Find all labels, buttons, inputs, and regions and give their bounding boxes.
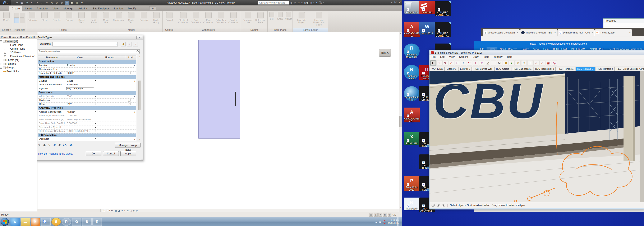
dialog-tool-icon[interactable]: ✱ xyxy=(43,144,46,147)
dialog-tool-icon[interactable]: ✕ xyxy=(48,144,50,147)
sketchup-tool-icon[interactable]: ◐ xyxy=(509,60,514,66)
ribbon-button[interactable]: Control xyxy=(163,12,176,21)
browser-tree-item[interactable]: − Views (all) xyxy=(0,39,37,43)
qat-icon[interactable]: ◇ xyxy=(55,1,59,5)
panel-label-select[interactable]: Select ▾ xyxy=(0,28,13,32)
dialog-close-button[interactable]: ✕ xyxy=(136,36,142,39)
ribbon-button[interactable]: Pipe Connector xyxy=(202,12,214,24)
view-control-icon[interactable]: ◪ xyxy=(118,209,120,212)
view-control-icon[interactable]: ☀ xyxy=(121,209,123,212)
close-button[interactable]: ✕ xyxy=(398,1,401,4)
properties-icon[interactable] xyxy=(14,13,19,18)
worksharing-icon[interactable]: ✥ xyxy=(388,213,392,216)
cancel-button[interactable]: Cancel xyxy=(103,151,119,156)
qat-icon[interactable]: ▱ xyxy=(15,1,19,5)
desktop-icon[interactable]: ↖ CBU_REC CENTER-A... xyxy=(435,1,450,16)
ribbon-button[interactable]: Electrical Connector xyxy=(177,12,190,24)
dialog-tool-icon[interactable]: ↑E xyxy=(53,144,56,146)
parameter-row[interactable]: Operation = xyxy=(38,137,134,141)
menu-item[interactable]: File xyxy=(432,56,436,59)
parameter-row[interactable]: Swing Angle (default) 90.00° = xyxy=(38,72,136,76)
qat-icon[interactable]: ▾ xyxy=(80,1,84,5)
view-scale[interactable]: 1/2" = 1'-0" xyxy=(102,209,114,212)
view-control-icon[interactable]: ◎ xyxy=(136,209,138,212)
ribbon-button[interactable]: Viewer xyxy=(284,12,292,20)
qat-icon[interactable]: ↻ xyxy=(25,1,29,5)
ribbon-button[interactable]: Component xyxy=(113,12,125,21)
ribbon-button[interactable]: Swept Blend xyxy=(76,12,88,24)
qat-icon[interactable]: ⌐ xyxy=(45,1,49,5)
ribbon-tab[interactable]: View xyxy=(50,6,61,11)
dialog-tool-icon[interactable]: ↓E xyxy=(58,144,61,146)
sketchup-tool-icon[interactable]: ↻ xyxy=(479,60,484,66)
sketchup-tool-icon[interactable]: ↷ xyxy=(467,60,472,66)
taskbar-app-button[interactable]: S xyxy=(82,218,92,226)
manage-lookup-tables-button[interactable]: Manage Lookup Tables xyxy=(115,143,140,148)
exchange-icon[interactable]: ✈ xyxy=(294,1,296,4)
parameter-row[interactable]: Dimensions ^ xyxy=(38,91,136,95)
geolocation-icon[interactable] xyxy=(432,204,435,207)
project-browser-title[interactable]: Project Browser - Door-PartialH xyxy=(0,35,37,39)
desktop-icon[interactable]: A ↖ AutoCAD 2016 - E... xyxy=(404,108,420,122)
ribbon-button[interactable]: Model Line xyxy=(100,12,112,24)
ribbon-button[interactable]: Duct Connector xyxy=(190,12,202,24)
help-link[interactable]: How do I manage family types? xyxy=(38,152,73,155)
sketchup-title-bar[interactable]: Branding & Materials - SketchUp Pro 2017 xyxy=(430,51,644,55)
browser-tab[interactable]: G symbolic lines revit - Goo ✕ xyxy=(558,29,595,36)
parameter-row[interactable]: Thickness = xyxy=(38,99,136,103)
ribbon-button[interactable]: Model Text xyxy=(125,12,137,24)
sketchup-tool-icon[interactable]: ∩ xyxy=(448,60,454,66)
sketchup-tool-icon[interactable]: ◙ xyxy=(503,60,508,66)
parameter-row[interactable]: Analytical Properties ^ xyxy=(38,106,136,110)
new-type-button[interactable]: ✱ xyxy=(121,42,126,47)
ribbon-button[interactable]: Cable Tray Connector xyxy=(215,12,227,24)
start-button[interactable] xyxy=(1,218,9,226)
parameter-row[interactable]: Function Exterior = xyxy=(38,64,134,68)
sketchup-tool-icon[interactable]: A1 xyxy=(497,60,502,66)
dialog-tool-icon[interactable]: AZ↓ xyxy=(63,144,67,146)
help-caret-icon[interactable]: ▾ xyxy=(323,2,324,4)
taskbar-app-button[interactable]: O xyxy=(72,218,81,226)
tab-close-icon[interactable]: ✕ xyxy=(554,32,556,34)
qat-icon[interactable]: ▣ xyxy=(70,1,74,5)
ribbon-tab[interactable]: Annotate xyxy=(34,6,50,11)
menu-item[interactable]: Edit xyxy=(440,56,444,59)
view-control-icon[interactable]: ▩ xyxy=(115,209,117,212)
account-icon[interactable]: ● xyxy=(301,1,302,4)
desktop-icon[interactable]: R ↖ Revit 2017 xyxy=(404,197,420,210)
browser-tab[interactable]: RC RevitCity.com ✕ xyxy=(595,29,632,36)
sketchup-tool-icon[interactable]: ◎ xyxy=(552,60,557,66)
panel-label-work-plane[interactable]: Work Plane xyxy=(268,28,292,32)
parameter-row[interactable]: Thermal Resistance (R) 10.0000 (h·ft²·°F… xyxy=(38,118,136,122)
view-control-icon[interactable]: ◱ xyxy=(130,209,132,212)
table-scrollbar-thumb[interactable] xyxy=(138,81,141,110)
ok-button[interactable]: OK xyxy=(86,151,102,156)
collapse-section-icon[interactable] xyxy=(38,90,66,91)
parameter-row[interactable]: Door Handle Material Aluminum = xyxy=(38,83,136,87)
desktop-icon[interactable]: ↖ Recycle Bin xyxy=(404,1,420,14)
sketchup-tool-icon[interactable]: ⌂ xyxy=(540,60,545,66)
menu-item[interactable]: Camera xyxy=(459,56,468,59)
scene-tab[interactable]: WORKING xyxy=(430,67,444,71)
parameter-row[interactable]: Materials and Finishes ^ xyxy=(38,75,136,79)
parameter-row[interactable]: Construction ^ xyxy=(38,60,136,64)
sketchup-tool-icon[interactable]: ⊕ xyxy=(521,60,527,66)
sketchup-tool-icon[interactable]: ⌂ xyxy=(534,60,539,66)
ribbon-button[interactable]: Model Group xyxy=(150,12,162,24)
scene-tab[interactable]: REC_Basketball 2 xyxy=(534,67,556,71)
sketchup-tool-icon[interactable]: ⊞ xyxy=(527,60,533,66)
sketchup-tool-icon[interactable]: □ xyxy=(454,60,460,66)
revit-app-menu[interactable]: R ▾ xyxy=(0,0,11,6)
qat-icon[interactable]: ≣ xyxy=(65,1,69,5)
parameter-row[interactable]: Construction Type = xyxy=(38,68,136,72)
collapse-section-icon[interactable] xyxy=(38,141,66,141)
collapse-section-icon[interactable] xyxy=(38,121,66,122)
browser-tree-item[interactable]: + Elevations (Elevation 1 xyxy=(0,54,37,58)
lock-checkbox[interactable] xyxy=(128,103,130,105)
dialog-title[interactable]: Family Types xyxy=(36,35,143,40)
sketchup-tool-icon[interactable]: ✥ xyxy=(515,60,521,66)
parameter-row[interactable]: IFC Parameters ^ xyxy=(38,133,136,137)
menu-item[interactable]: Help xyxy=(507,56,512,59)
panel-label-connectors[interactable]: Connectors xyxy=(176,28,241,32)
view-control-icon[interactable]: ◈ xyxy=(133,209,135,212)
